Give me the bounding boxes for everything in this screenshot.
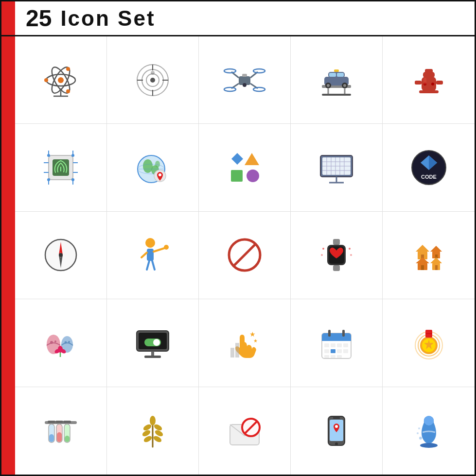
calendar-icon-cell: [291, 299, 383, 387]
compass-icon: [39, 233, 83, 277]
svg-rect-172: [49, 434, 54, 442]
svg-rect-39: [334, 69, 339, 72]
svg-rect-126: [435, 265, 438, 270]
svg-point-36: [327, 84, 330, 87]
svg-rect-178: [55, 421, 63, 423]
page-container: 25 Icon Set: [0, 0, 476, 476]
phone-location-icon-cell: [291, 387, 383, 475]
svg-rect-29: [242, 74, 247, 77]
fire-hydrant-icon-cell: [383, 36, 475, 124]
monitor-toggle-icon-cell: [107, 299, 199, 387]
svg-rect-142: [144, 356, 161, 358]
svg-point-18: [151, 71, 155, 75]
person-pointing-icon-cell: [107, 212, 199, 299]
svg-rect-108: [333, 265, 340, 271]
svg-rect-193: [333, 417, 340, 419]
svg-rect-145: [230, 348, 234, 357]
test-tubes-icon-cell: [15, 387, 107, 475]
person-pointing-icon: [131, 233, 175, 277]
svg-rect-151: [342, 330, 345, 337]
car-lift-icon: [315, 58, 358, 102]
svg-point-28: [243, 83, 247, 87]
car-lift-icon-cell: [291, 36, 383, 124]
svg-point-196: [424, 416, 434, 425]
shapes-icon: [223, 146, 266, 189]
svg-rect-146: [235, 343, 239, 357]
test-tubes-icon: [39, 409, 83, 453]
svg-point-26: [224, 87, 236, 91]
svg-rect-174: [57, 432, 62, 442]
svg-point-27: [253, 87, 265, 91]
svg-point-128: [50, 341, 53, 344]
svg-rect-161: [331, 355, 335, 358]
svg-point-49: [431, 83, 434, 85]
target-icon: [131, 58, 175, 102]
svg-line-100: [154, 248, 166, 252]
smartwatch-heart-icon-cell: [291, 212, 383, 299]
svg-marker-115: [416, 245, 429, 252]
svg-point-7: [66, 89, 70, 93]
header-title: Icon Set: [60, 6, 155, 31]
svg-line-106: [233, 244, 256, 266]
svg-point-67: [143, 159, 153, 173]
svg-point-4: [58, 77, 64, 83]
svg-point-113: [349, 248, 351, 250]
svg-marker-118: [430, 246, 442, 252]
fingerprint-chip-icon-cell: [15, 124, 107, 211]
atom-icon-cell: [15, 36, 107, 124]
svg-rect-156: [324, 349, 329, 353]
wheat-icon-cell: [107, 387, 199, 475]
svg-rect-160: [324, 355, 329, 358]
svg-point-5: [44, 78, 48, 82]
svg-point-101: [164, 245, 169, 250]
phone-location-icon: [315, 409, 358, 453]
houses-icon: [407, 233, 451, 277]
calendar-icon: [315, 321, 358, 365]
red-bar: [1, 1, 15, 475]
svg-rect-157: [331, 349, 335, 353]
svg-rect-107: [333, 239, 340, 245]
drone-icon: [223, 58, 266, 102]
svg-text:CODE: CODE: [421, 174, 437, 180]
drone-icon-cell: [199, 36, 291, 124]
easter-egg-icon-cell: [15, 299, 107, 387]
svg-rect-42: [322, 94, 351, 96]
svg-rect-177: [48, 421, 55, 423]
presentation-screen-icon-cell: [291, 124, 383, 211]
skittle-icon-cell: [383, 387, 475, 475]
skittle-icon: [407, 409, 451, 453]
svg-point-187: [150, 416, 156, 425]
atom-icon: [39, 58, 83, 102]
code-badge-icon: CODE: [407, 146, 451, 189]
svg-rect-179: [63, 421, 71, 423]
monitor-toggle-icon: [131, 321, 175, 365]
no-sign-icon: [223, 233, 266, 277]
svg-point-38: [343, 84, 346, 87]
mail-no-icon: [223, 409, 266, 453]
target-icon-cell: [107, 36, 199, 124]
icon-grid: CODE: [15, 36, 475, 475]
presentation-screen-icon: [315, 146, 358, 189]
svg-point-200: [420, 443, 438, 448]
svg-rect-153: [331, 343, 335, 347]
svg-rect-47: [436, 81, 443, 85]
svg-rect-99: [147, 249, 154, 261]
svg-rect-155: [343, 343, 348, 347]
code-badge-icon-cell: CODE: [383, 124, 475, 211]
svg-line-103: [147, 261, 149, 270]
svg-point-114: [350, 254, 352, 256]
svg-point-13: [150, 78, 155, 83]
svg-text:★: ★: [253, 338, 258, 343]
svg-point-69: [155, 161, 160, 168]
svg-rect-154: [337, 343, 342, 347]
fire-hydrant-icon: [407, 58, 451, 102]
compass-icon-cell: [15, 212, 107, 299]
header: 25 Icon Set: [1, 1, 475, 36]
svg-rect-159: [343, 349, 348, 353]
svg-rect-50: [419, 90, 439, 93]
shapes-icon-cell: [199, 124, 291, 211]
svg-point-194: [335, 442, 338, 445]
svg-rect-34: [337, 73, 344, 77]
svg-point-132: [68, 341, 70, 343]
svg-rect-158: [337, 349, 342, 353]
